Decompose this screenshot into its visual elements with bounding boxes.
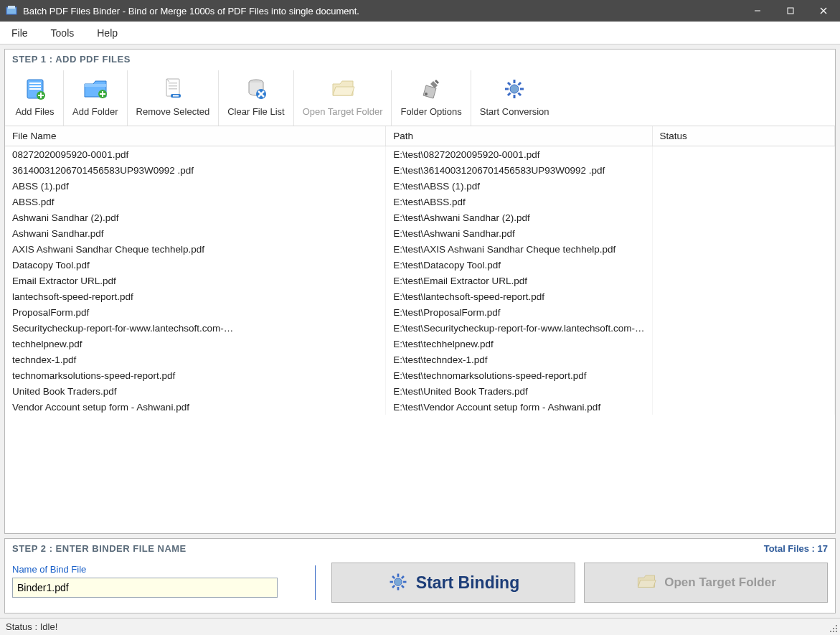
menu-tools[interactable]: Tools [48, 24, 77, 42]
cell-status [652, 241, 834, 257]
step1-panel: STEP 1 : ADD PDF FILES Add Files Add Fol… [4, 49, 836, 534]
svg-rect-19 [169, 88, 177, 90]
bind-name-input[interactable] [12, 578, 278, 598]
cell-status [652, 257, 834, 273]
svg-rect-21 [173, 95, 179, 97]
window-title: Batch PDF Files Binder - Bind or Merge 1… [23, 6, 741, 17]
cell-path: E:\test\ABSS (1).pdf [386, 178, 652, 194]
close-button[interactable] [807, 0, 840, 22]
svg-rect-16 [166, 79, 179, 96]
status-text: Status : Idle! [6, 621, 57, 632]
table-row[interactable]: techndex-1.pdfE:\test\techndex-1.pdf [5, 352, 835, 367]
close-icon [819, 6, 828, 15]
cell-status [652, 320, 834, 336]
start-binding-button[interactable]: Start Binding [331, 563, 575, 603]
cell-path: E:\test\Vendor Account setup form - Ashw… [386, 399, 652, 415]
svg-line-41 [392, 576, 395, 578]
cell-filename: Vendor Account setup form - Ashwani.pdf [5, 399, 386, 415]
table-row[interactable]: ABSS.pdfE:\test\ABSS.pdf [5, 194, 835, 210]
folder-options-button[interactable]: Folder Options [392, 70, 471, 126]
add-folder-icon [81, 75, 110, 103]
svg-point-26 [425, 93, 428, 95]
table-row[interactable]: 36140031206701456583UP93W0992 .pdfE:\tes… [5, 162, 835, 178]
header-status[interactable]: Status [652, 126, 834, 146]
start-conversion-button[interactable]: Start Conversion [471, 70, 558, 126]
file-grid[interactable]: File Name Path Status 08272020095920-000… [5, 126, 835, 533]
cell-status [652, 288, 834, 304]
svg-rect-8 [29, 85, 41, 87]
open-folder-icon [329, 75, 357, 103]
minimize-button[interactable] [741, 0, 774, 22]
svg-rect-1 [8, 6, 15, 9]
cell-path: E:\test\AXIS Ashwani Sandhar Cheque tech… [386, 241, 652, 257]
svg-rect-18 [169, 85, 177, 87]
cell-filename: technomarksolutions-speed-report.pdf [5, 367, 386, 383]
header-path[interactable]: Path [386, 126, 652, 146]
add-files-icon [21, 75, 49, 103]
folder-options-icon [417, 75, 445, 103]
vertical-separator [315, 565, 316, 600]
cell-path: E:\test\lantechsoft-speed-report.pdf [386, 288, 652, 304]
open-target-folder-big-button[interactable]: Open Target Folder [584, 563, 828, 603]
table-row[interactable]: AXIS Ashwani Sandhar Cheque techhelp.pdf… [5, 241, 835, 257]
cell-path: E:\test\ProposalForm.pdf [386, 304, 652, 320]
add-folder-label: Add Folder [72, 106, 118, 117]
cell-path: E:\test\Securitycheckup-report-for-www.l… [386, 320, 652, 336]
svg-rect-17 [169, 83, 177, 84]
remove-selected-button[interactable]: Remove Selected [128, 70, 220, 126]
menu-file[interactable]: File [9, 24, 31, 42]
add-files-button[interactable]: Add Files [6, 70, 64, 126]
cell-path: E:\test\technomarksolutions-speed-report… [386, 367, 652, 383]
step2-panel: STEP 2 : ENTER BINDER FILE NAME Total Fi… [4, 538, 836, 613]
folder-options-label: Folder Options [400, 106, 461, 117]
table-row[interactable]: Vendor Account setup form - Ashwani.pdfE… [5, 399, 835, 415]
table-row[interactable]: Securitycheckup-report-for-www.lantechso… [5, 320, 835, 336]
table-row[interactable]: Ashwani Sandhar (2).pdfE:\test\Ashwani S… [5, 210, 835, 225]
cell-status [652, 367, 834, 383]
svg-line-33 [519, 93, 522, 96]
menu-help[interactable]: Help [94, 24, 121, 42]
table-row[interactable]: techhelpnew.pdfE:\test\techhelpnew.pdf [5, 336, 835, 352]
table-row[interactable]: Email Extractor URL.pdfE:\test\Email Ext… [5, 273, 835, 288]
table-row[interactable]: technomarksolutions-speed-report.pdfE:\t… [5, 367, 835, 383]
table-row[interactable]: Ashwani Sandhar.pdfE:\test\Ashwani Sandh… [5, 225, 835, 241]
svg-rect-9 [29, 88, 41, 90]
svg-rect-46 [833, 631, 834, 632]
resize-grip[interactable] [829, 624, 839, 634]
open-target-folder-big-label: Open Target Folder [664, 575, 776, 590]
header-filename[interactable]: File Name [5, 126, 386, 146]
table-row[interactable]: United Book Traders.pdfE:\test\United Bo… [5, 383, 835, 399]
table-row[interactable]: Datacopy Tool.pdfE:\test\Datacopy Tool.p… [5, 257, 835, 273]
table-row[interactable]: ProposalForm.pdfE:\test\ProposalForm.pdf [5, 304, 835, 320]
table-row[interactable]: ABSS (1).pdfE:\test\ABSS (1).pdf [5, 178, 835, 194]
cell-path: E:\test\United Book Traders.pdf [386, 383, 652, 399]
open-target-folder-button[interactable]: Open Target Folder [294, 70, 392, 126]
cell-status [652, 336, 834, 352]
table-row[interactable]: lantechsoft-speed-report.pdfE:\test\lant… [5, 288, 835, 304]
gear-icon [387, 571, 409, 595]
maximize-button[interactable] [774, 0, 807, 22]
cell-filename: Securitycheckup-report-for-www.lantechso… [5, 320, 386, 336]
cell-filename: lantechsoft-speed-report.pdf [5, 288, 386, 304]
clear-file-list-button[interactable]: Clear File List [219, 70, 293, 126]
cell-status [652, 273, 834, 288]
statusbar: Status : Idle! [0, 618, 840, 635]
cell-status [652, 225, 834, 241]
table-row[interactable]: 08272020095920-0001.pdfE:\test\082720200… [5, 146, 835, 163]
svg-line-34 [508, 93, 511, 96]
remove-selected-label: Remove Selected [136, 106, 210, 117]
cell-filename: ABSS (1).pdf [5, 178, 386, 194]
cell-status [652, 352, 834, 367]
cell-filename: AXIS Ashwani Sandhar Cheque techhelp.pdf [5, 241, 386, 257]
cell-path: E:\test\Ashwani Sandhar.pdf [386, 225, 652, 241]
cell-status [652, 178, 834, 194]
clear-file-list-label: Clear File List [227, 106, 284, 117]
add-folder-button[interactable]: Add Folder [64, 70, 128, 126]
cell-filename: 36140031206701456583UP93W0992 .pdf [5, 162, 386, 178]
start-binding-label: Start Binding [416, 573, 519, 593]
svg-line-44 [402, 576, 404, 578]
svg-line-35 [519, 83, 522, 85]
start-conversion-label: Start Conversion [480, 106, 549, 117]
cell-path: E:\test\Datacopy Tool.pdf [386, 257, 652, 273]
cell-status [652, 210, 834, 225]
